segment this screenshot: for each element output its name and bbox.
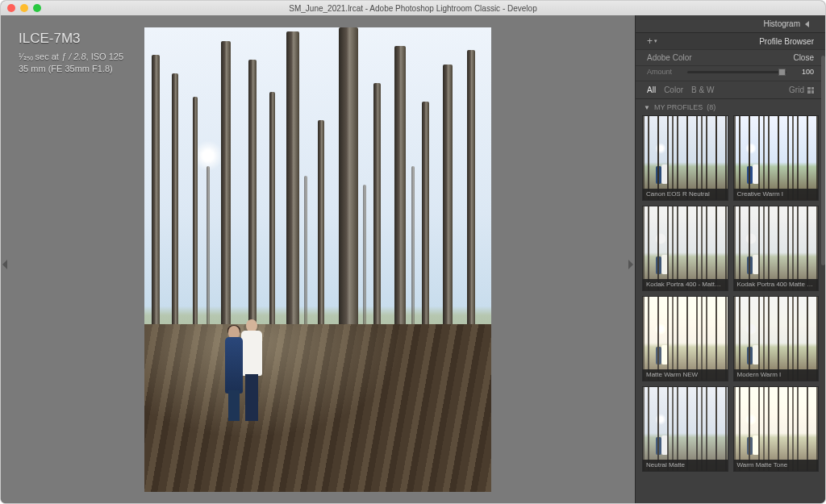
profile-name: Warm Matte Tone bbox=[734, 460, 819, 471]
profiles-section-header[interactable]: ▼ MY PROFILES (8) bbox=[636, 99, 825, 115]
amount-value: 100 bbox=[791, 68, 814, 76]
current-profile-row: Adobe Color Close bbox=[636, 50, 825, 66]
profile-preview bbox=[643, 297, 728, 381]
disclosure-triangle-icon: ▼ bbox=[644, 104, 650, 111]
titlebar: SM_June_2021.lrcat - Adobe Photoshop Lig… bbox=[1, 1, 825, 15]
profile-preview bbox=[643, 206, 728, 290]
profile-preview bbox=[734, 116, 819, 200]
amount-label: Amount bbox=[647, 68, 682, 76]
metadata-overlay: ILCE-7M3 ¹⁄₂₅₀ sec at ƒ / 2.8, ISO 125 3… bbox=[19, 30, 123, 75]
profile-browser-header: +▾ Profile Browser bbox=[636, 33, 825, 50]
filter-color[interactable]: Color bbox=[664, 85, 683, 94]
exposure-line: ¹⁄₂₅₀ sec at ƒ / 2.8, ISO 125 bbox=[19, 51, 123, 63]
profile-thumbnail[interactable]: Creative Warm I bbox=[733, 115, 820, 201]
add-profile-button[interactable]: +▾ bbox=[647, 36, 657, 46]
right-panel: Histogram +▾ Profile Browser Adobe Color… bbox=[635, 15, 825, 503]
profile-thumbnail[interactable]: Warm Matte Tone bbox=[733, 386, 820, 472]
section-name: MY PROFILES bbox=[654, 103, 703, 111]
profile-name: Kodak Portra 400 - Matte Tone bbox=[643, 279, 728, 290]
grid-icon bbox=[807, 87, 814, 94]
profiles-grid: Canon EOS R NeutralCreative Warm IKodak … bbox=[642, 115, 819, 472]
aperture: ƒ / 2.8 bbox=[61, 52, 86, 61]
profile-thumbnail[interactable]: Kodak Portra 400 Matte Tone bbox=[733, 206, 820, 291]
lens-info: 35 mm (FE 35mm F1.8) bbox=[19, 63, 123, 75]
profile-name: Canon EOS R Neutral bbox=[643, 189, 728, 200]
window-title: SM_June_2021.lrcat - Adobe Photoshop Lig… bbox=[1, 4, 825, 13]
profile-name: Modern Warm I bbox=[734, 369, 819, 381]
filter-all[interactable]: All bbox=[647, 85, 656, 94]
close-browser-button[interactable]: Close bbox=[793, 53, 814, 62]
slider-thumb[interactable] bbox=[778, 69, 786, 76]
amount-slider[interactable] bbox=[687, 71, 786, 73]
profile-preview bbox=[734, 387, 819, 471]
filter-bw[interactable]: B & W bbox=[691, 85, 714, 94]
profile-thumbnail[interactable]: Kodak Portra 400 - Matte Tone bbox=[642, 206, 728, 291]
camera-model: ILCE-7M3 bbox=[19, 30, 123, 48]
profile-name: Neutral Matte bbox=[643, 460, 728, 471]
panel-scrollbar[interactable] bbox=[821, 56, 825, 265]
app-window: SM_June_2021.lrcat - Adobe Photoshop Lig… bbox=[1, 1, 825, 503]
profile-name: Creative Warm I bbox=[734, 189, 819, 200]
image-canvas[interactable]: ILCE-7M3 ¹⁄₂₅₀ sec at ƒ / 2.8, ISO 125 3… bbox=[1, 15, 635, 503]
profile-preview bbox=[643, 116, 728, 200]
profile-thumbnail[interactable]: Canon EOS R Neutral bbox=[642, 115, 728, 201]
profile-thumbnail[interactable]: Modern Warm I bbox=[733, 296, 820, 381]
histogram-label: Histogram bbox=[763, 19, 800, 28]
profile-thumbnail[interactable]: Matte Warm NEW bbox=[642, 296, 728, 381]
iso-value: ISO 125 bbox=[91, 52, 123, 61]
profiles-grid-scroll[interactable]: Canon EOS R NeutralCreative Warm IKodak … bbox=[636, 115, 825, 503]
profile-preview bbox=[734, 297, 819, 381]
shutter-speed: ¹⁄₂₅₀ sec at bbox=[19, 52, 59, 61]
main-photo[interactable] bbox=[144, 27, 491, 492]
profile-thumbnail[interactable]: Neutral Matte bbox=[642, 386, 728, 472]
profile-preview bbox=[643, 387, 728, 471]
profile-filter-bar: All Color B & W Grid bbox=[636, 81, 825, 99]
section-count: (8) bbox=[707, 103, 715, 111]
grid-label: Grid bbox=[789, 85, 804, 94]
profile-name: Matte Warm NEW bbox=[643, 369, 728, 381]
collapse-icon bbox=[805, 21, 809, 27]
amount-slider-row: Amount 100 bbox=[636, 66, 825, 81]
profile-browser-label: Profile Browser bbox=[759, 37, 814, 46]
grid-view-toggle[interactable]: Grid bbox=[789, 85, 814, 94]
histogram-header[interactable]: Histogram bbox=[636, 15, 825, 33]
profile-name: Kodak Portra 400 Matte Tone bbox=[734, 279, 819, 290]
profile-preview bbox=[734, 206, 819, 290]
current-profile-name: Adobe Color bbox=[647, 53, 692, 62]
